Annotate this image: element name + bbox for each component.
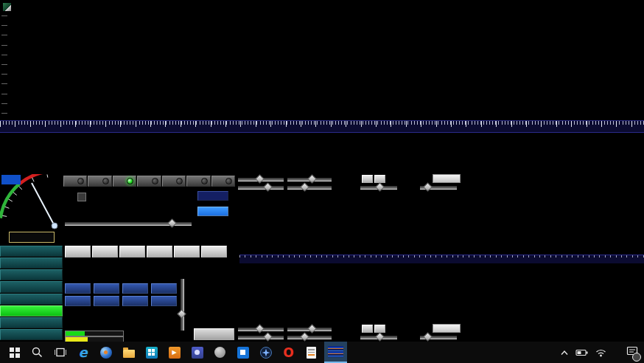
nb-if-button[interactable] (122, 283, 148, 294)
dsp-button-row-1 (65, 283, 177, 294)
gray-app-icon[interactable] (211, 342, 229, 363)
opera-browser-icon[interactable]: O (279, 342, 298, 363)
rewind-button[interactable] (174, 246, 200, 257)
rf-spectrum[interactable] (0, 133, 644, 172)
meter-mode-badge[interactable] (1, 175, 21, 184)
mode-usb[interactable] (162, 176, 186, 187)
af-avg-dropdown[interactable] (433, 324, 461, 333)
rf-frequency-scale[interactable] (0, 120, 644, 133)
notch-button[interactable] (122, 296, 148, 306)
led-indicator (176, 178, 183, 184)
notes-app-icon[interactable] (302, 342, 321, 363)
sidebar-item-minimize[interactable] (0, 317, 63, 328)
af-speed-slider[interactable] (420, 335, 457, 339)
planet-app-icon[interactable] (97, 342, 115, 363)
notification-center-button[interactable] (626, 346, 638, 359)
mute-button[interactable] (65, 296, 91, 306)
waterfall-contrast-slider[interactable] (287, 177, 332, 182)
stop-playback-button[interactable] (147, 246, 172, 257)
hdsdr-thumbnail (328, 346, 343, 357)
af-waterfall-contrast-slider[interactable] (287, 327, 332, 331)
cpu-hdsdr-bar (65, 331, 124, 336)
fm-bandwidth-slider[interactable] (180, 279, 184, 331)
edge-browser-icon[interactable]: e (74, 342, 92, 363)
sidebar-item-exit[interactable] (0, 329, 63, 340)
af-spectrum-ref-slider[interactable] (238, 335, 284, 339)
volume-slider[interactable] (65, 221, 192, 226)
slider-thumb[interactable] (177, 310, 186, 319)
af-spectrum-canvas[interactable] (239, 263, 644, 323)
waterfall-timestamp (1, 55, 7, 55)
avg-dropdown[interactable] (433, 174, 461, 183)
afc-button[interactable] (151, 283, 177, 294)
sidebar-item-bandwidth[interactable] (0, 257, 63, 269)
network-icon[interactable] (595, 348, 606, 357)
hdsdr-window: e ▶ (0, 0, 644, 363)
waterfall-timestamp (1, 83, 7, 84)
freqmgr-button[interactable] (197, 191, 228, 201)
waterfall-timestamp (1, 35, 7, 35)
led-indicator (152, 178, 158, 184)
rbw-decrease-button[interactable] (362, 175, 373, 183)
sidebar-item-options[interactable] (0, 269, 63, 280)
windows-taskbar: e ▶ (0, 342, 644, 363)
slider-thumb[interactable] (167, 218, 177, 228)
nb-rf-button[interactable] (94, 283, 119, 294)
search-icon[interactable] (28, 342, 46, 363)
waterfall-timestamp (1, 45, 7, 46)
cpu-hdsdr-row (65, 331, 127, 336)
tray-expand-chevron-icon[interactable] (560, 349, 569, 356)
tx-button[interactable] (194, 328, 234, 340)
lo-sync-button[interactable] (77, 193, 86, 201)
compass-app-icon[interactable] (256, 342, 275, 363)
rf-spectrum-canvas[interactable] (0, 133, 644, 172)
rf-waterfall[interactable] (0, 13, 644, 120)
mode-drm[interactable] (211, 176, 235, 187)
af-waterfall-canvas[interactable] (239, 190, 644, 255)
mode-ecss[interactable] (88, 176, 111, 187)
control-panel (0, 174, 644, 341)
major-ticks (0, 121, 644, 127)
pause-button[interactable] (119, 246, 145, 257)
play-button[interactable] (92, 246, 118, 257)
media-player-icon[interactable]: ▶ (165, 342, 183, 363)
anotch-button[interactable] (151, 296, 177, 306)
af-spectrum-range-slider[interactable] (287, 335, 332, 339)
mode-am[interactable] (63, 176, 87, 187)
start-button[interactable] (5, 342, 24, 363)
sidebar-item-stop[interactable] (0, 305, 63, 317)
waterfall-timestamp (1, 25, 7, 26)
af-waterfall-brightness-slider[interactable] (238, 327, 284, 331)
task-view-button[interactable] (51, 342, 69, 363)
waterfall-brightness-slider[interactable] (238, 177, 284, 182)
sidebar-item-help-update[interactable] (0, 281, 63, 292)
af-zoom-slider[interactable] (360, 335, 397, 339)
hdsdr-taskbar-button[interactable] (324, 342, 347, 363)
rf-waterfall-canvas[interactable] (0, 13, 644, 120)
record-button[interactable] (65, 246, 91, 257)
led-indicator (77, 178, 84, 184)
sidebar-item-soundcard[interactable] (0, 246, 63, 257)
af-frequency-scale (239, 255, 644, 263)
s-meter-reading (9, 232, 55, 243)
extio-button[interactable] (197, 207, 228, 216)
microsoft-store-icon[interactable] (142, 342, 161, 363)
movies-tv-icon[interactable] (188, 342, 206, 363)
photos-app-icon[interactable] (234, 342, 252, 363)
mode-fm[interactable] (113, 176, 136, 187)
af-spectrum[interactable] (236, 263, 644, 323)
needle-pivot (52, 223, 57, 229)
mode-lsb[interactable] (137, 176, 161, 187)
waterfall-timestamp (1, 64, 7, 65)
sidebar-item-fullscreen[interactable] (0, 294, 63, 305)
af-rbw-decrease-button[interactable] (362, 325, 373, 333)
battery-icon[interactable] (575, 348, 589, 357)
agc-off-button[interactable] (94, 296, 119, 306)
nr-button[interactable] (65, 283, 91, 294)
mode-cw[interactable] (186, 176, 210, 187)
recorder-button-row (65, 246, 227, 257)
file-explorer-icon[interactable] (119, 342, 138, 363)
af-waterfall[interactable] (236, 190, 644, 255)
meter-needle (32, 183, 55, 226)
loop-button[interactable] (201, 246, 227, 257)
